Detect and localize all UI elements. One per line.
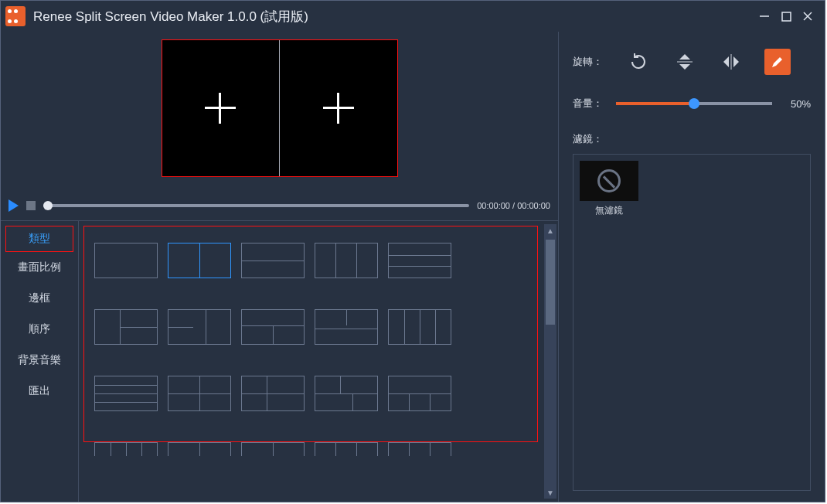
minimize-button[interactable] [754, 5, 775, 27]
filter-label: 濾鏡： [573, 132, 811, 146]
layout-g[interactable] [388, 376, 451, 411]
layout-1x4v[interactable] [388, 309, 451, 345]
layout-partial-3[interactable] [241, 442, 305, 456]
volume-label: 音量： [573, 97, 604, 111]
app-window: Renee Split Screen Video Maker 1.0.0 (試用… [0, 0, 825, 502]
scrollbar-thumb[interactable] [546, 240, 555, 325]
preview-frame [162, 39, 398, 177]
titlebar: Renee Split Screen Video Maker 1.0.0 (試用… [1, 1, 825, 32]
layout-1x2-selected[interactable] [168, 243, 231, 278]
flip-vertical-icon[interactable] [672, 49, 698, 75]
properties-panel: 旋轉： 音量： [558, 32, 825, 502]
rotate-cw-icon[interactable] [625, 49, 652, 75]
playbar: 00:00:00 / 00:00:00 [1, 194, 558, 217]
layout-3x1h[interactable] [388, 243, 451, 278]
tab-order[interactable]: 順序 [1, 314, 78, 345]
app-icon [5, 6, 26, 26]
layout-c[interactable] [241, 309, 305, 345]
stop-button[interactable] [26, 201, 36, 210]
template-scrollbar[interactable]: ▲ ▼ [544, 224, 556, 499]
flip-horizontal-icon[interactable] [718, 49, 744, 75]
layout-1x3v[interactable] [315, 243, 378, 278]
layout-d[interactable] [315, 309, 378, 345]
tab-export[interactable]: 匯出 [1, 376, 78, 407]
layout-partial-5[interactable] [388, 442, 451, 456]
rotate-label: 旋轉： [573, 55, 604, 69]
maximize-button[interactable] [775, 5, 797, 27]
app-title: Renee Split Screen Video Maker 1.0.0 (試用… [33, 8, 308, 26]
filter-none[interactable]: 無濾鏡 [580, 161, 638, 217]
side-tabs: 類型 畫面比例 邊框 順序 背景音樂 匯出 [1, 221, 78, 502]
time-readout: 00:00:00 / 00:00:00 [477, 201, 550, 210]
edit-button[interactable] [764, 49, 791, 75]
svg-rect-1 [782, 12, 791, 21]
layout-partial-1[interactable] [94, 442, 158, 456]
no-filter-icon [597, 169, 621, 192]
layout-2x2[interactable] [168, 376, 231, 411]
close-button[interactable] [797, 5, 818, 27]
layout-4x1h[interactable] [94, 376, 158, 411]
layout-b[interactable] [168, 309, 231, 345]
layout-partial-2[interactable] [168, 442, 231, 456]
tab-aspect[interactable]: 畫面比例 [1, 252, 78, 283]
play-button[interactable] [9, 199, 19, 212]
volume-value: 50% [784, 98, 811, 110]
add-media-icon [323, 93, 354, 124]
tab-border[interactable]: 邊框 [1, 283, 78, 314]
volume-slider[interactable] [616, 102, 772, 105]
main-area: 00:00:00 / 00:00:00 類型 畫面比例 邊框 順序 背景音樂 匯… [1, 32, 558, 502]
add-media-icon [205, 93, 236, 124]
preview-slot-1[interactable] [162, 40, 280, 176]
preview-slot-2[interactable] [280, 40, 397, 176]
template-area: ▲ ▼ [78, 221, 558, 502]
tab-type[interactable]: 類型 [5, 226, 73, 252]
layout-f[interactable] [315, 376, 378, 411]
layout-1x1[interactable] [94, 243, 158, 278]
scroll-down-icon[interactable]: ▼ [544, 486, 556, 499]
layout-e[interactable] [241, 376, 305, 411]
layout-a[interactable] [94, 309, 158, 345]
filter-list: 無濾鏡 [573, 154, 811, 491]
layout-2x1[interactable] [241, 243, 305, 278]
layout-partial-4[interactable] [315, 442, 378, 456]
tab-bgm[interactable]: 背景音樂 [1, 345, 78, 376]
timeline-slider[interactable] [43, 204, 469, 207]
scroll-up-icon[interactable]: ▲ [544, 224, 556, 237]
